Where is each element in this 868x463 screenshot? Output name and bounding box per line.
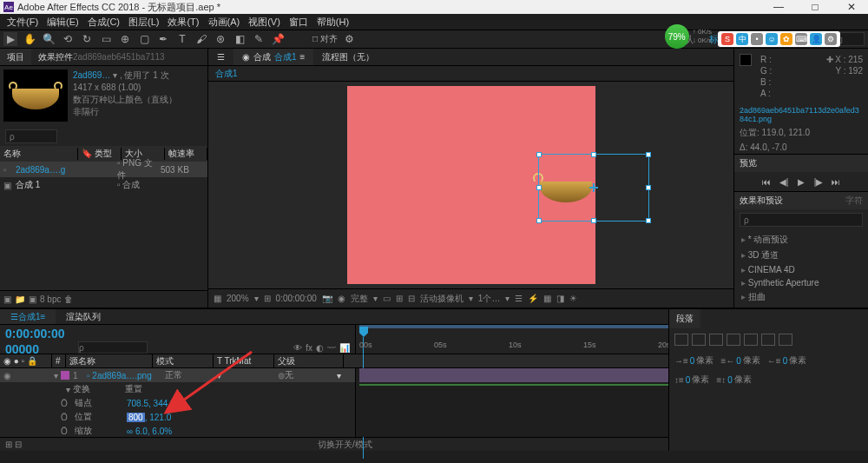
- effects-panel-header[interactable]: 效果和预设字符: [734, 192, 868, 209]
- views-dropdown[interactable]: 1个…: [478, 293, 501, 305]
- handle-bl[interactable]: [536, 218, 542, 223]
- timecode-display[interactable]: 0:00:00:00: [276, 294, 317, 303]
- justify-last-center-icon[interactable]: [744, 334, 758, 346]
- composition-canvas[interactable]: [347, 86, 595, 284]
- first-frame-button[interactable]: ⏮: [760, 175, 773, 188]
- selection-bounds[interactable]: [538, 154, 649, 222]
- alpha-toggle-icon[interactable]: ▦: [214, 294, 221, 303]
- clone-tool[interactable]: ⊛: [214, 32, 227, 46]
- selection-tool[interactable]: ▶: [3, 32, 17, 46]
- col-fps[interactable]: 帧速率: [165, 148, 207, 160]
- timeline-icon[interactable]: ▦: [543, 294, 551, 303]
- position-x-input[interactable]: 800: [127, 413, 145, 422]
- type-tool[interactable]: T: [175, 32, 189, 46]
- layer-color-swatch[interactable]: [61, 371, 69, 380]
- roto-tool[interactable]: ✎: [252, 32, 266, 46]
- handle-br[interactable]: [646, 218, 651, 223]
- effect-category[interactable]: * 动画预设: [734, 232, 868, 248]
- handle-tm[interactable]: [591, 152, 596, 157]
- ime-toolbar[interactable]: S 中 • ☺ ✿ ⌨ 👤 ⚙: [718, 31, 840, 47]
- timeline-tab-comp[interactable]: ☰ 合成1 ≡: [0, 309, 56, 324]
- zoom-tool[interactable]: 🔍: [42, 32, 56, 46]
- layer-row[interactable]: ◉ ▾ 1 ▫ 2ad869a….png 正常 ▾ ⊚ 无 ▾: [0, 368, 355, 382]
- blend-mode-dropdown[interactable]: 正常: [165, 369, 217, 381]
- play-button[interactable]: ▶: [795, 175, 807, 188]
- timeline-tab-render[interactable]: 渲染队列: [56, 309, 111, 324]
- indent-left[interactable]: →≡ 0 像素: [674, 354, 713, 367]
- pixel-aspect-icon[interactable]: ☰: [515, 294, 523, 303]
- ime-settings-icon[interactable]: ⚙: [825, 33, 837, 45]
- menu-window[interactable]: 窗口: [286, 16, 312, 29]
- effects-search[interactable]: [740, 213, 863, 227]
- prop-position[interactable]: Ö 位置 800 , 121.0: [0, 410, 355, 424]
- ime-skin-icon[interactable]: ✿: [780, 33, 792, 45]
- trash-icon[interactable]: 🗑: [64, 294, 73, 304]
- menu-help[interactable]: 帮助(H): [313, 16, 352, 29]
- bpc-toggle[interactable]: 8 bpc: [40, 294, 61, 304]
- project-item[interactable]: ▣ 合成 1 ▫ 合成: [0, 177, 207, 193]
- rotate-tool[interactable]: ↻: [80, 32, 94, 46]
- timeline-search[interactable]: [78, 341, 148, 354]
- eraser-tool[interactable]: ◧: [233, 32, 247, 46]
- handle-tr[interactable]: [646, 152, 651, 157]
- snapping-toggle[interactable]: □ 对齐: [312, 32, 338, 46]
- tab-flowchart[interactable]: 流程图（无）: [313, 49, 383, 65]
- brush-tool[interactable]: 🖌: [194, 32, 208, 46]
- effect-category[interactable]: Synthetic Aperture: [734, 276, 868, 289]
- align-right-icon[interactable]: [709, 334, 723, 346]
- comp-flowchart-icon[interactable]: ◨: [556, 294, 564, 303]
- prev-frame-button[interactable]: ◀|: [778, 175, 790, 188]
- prop-anchor[interactable]: Ö 锚点 708.5, 344.0: [0, 396, 355, 410]
- toggle-switches-icon[interactable]: ⊞ ⊟: [5, 440, 22, 449]
- col-source-name[interactable]: 源名称: [66, 354, 153, 367]
- tab-composition[interactable]: ◉ 合成 合成1 ≡: [233, 49, 313, 65]
- effect-category[interactable]: 3D 通道: [734, 248, 868, 263]
- toggle-switches-button[interactable]: 切换开关/模式: [318, 439, 372, 451]
- comp-breadcrumb[interactable]: 合成1: [208, 66, 733, 82]
- ime-keyboard-icon[interactable]: ⌨: [795, 33, 807, 45]
- handle-bm[interactable]: [591, 218, 596, 223]
- align-left-icon[interactable]: [674, 334, 688, 346]
- next-frame-button[interactable]: |▶: [812, 175, 825, 188]
- visibility-toggle[interactable]: ◉: [3, 371, 16, 380]
- pen-tool[interactable]: ✒: [156, 32, 170, 46]
- channel-icon[interactable]: ◉: [338, 294, 345, 303]
- layer-name[interactable]: ▫ 2ad869a….png: [87, 371, 165, 380]
- fx-toggle-icon[interactable]: fx: [306, 343, 312, 353]
- shy-toggle-icon[interactable]: 👁: [293, 343, 302, 353]
- anchor-point-icon[interactable]: [589, 183, 598, 192]
- menu-file[interactable]: 文件(F): [3, 16, 42, 29]
- menu-animation[interactable]: 动画(A): [205, 16, 244, 29]
- justify-last-right-icon[interactable]: [761, 334, 775, 346]
- justify-all-icon[interactable]: [779, 334, 792, 346]
- zoom-dropdown[interactable]: 200%: [227, 294, 249, 303]
- current-timecode[interactable]: 0:00:00:00: [0, 325, 73, 342]
- playhead[interactable]: [359, 327, 368, 337]
- prop-scale[interactable]: Ö 缩放 ∞ 6.0, 6.0%: [0, 424, 355, 437]
- ime-user-icon[interactable]: 👤: [810, 33, 822, 45]
- exposure-icon[interactable]: ☀: [569, 294, 577, 303]
- motion-blur-icon[interactable]: 〰: [327, 343, 336, 353]
- camera-tool[interactable]: ▭: [99, 32, 113, 46]
- menu-layer[interactable]: 图层(L): [125, 16, 162, 29]
- effect-category[interactable]: CINEMA 4D: [734, 263, 868, 276]
- col-type[interactable]: 🔖 类型: [78, 148, 122, 160]
- ime-s-icon[interactable]: S: [721, 33, 733, 45]
- composition-viewer[interactable]: [208, 82, 733, 288]
- last-frame-button[interactable]: ⏭: [830, 175, 842, 188]
- fast-preview-icon[interactable]: ⚡: [528, 294, 538, 303]
- menu-effect[interactable]: 效果(T): [164, 16, 202, 29]
- hand-tool[interactable]: ✋: [23, 32, 36, 46]
- stopwatch-icon[interactable]: Ö: [61, 399, 71, 408]
- snap-opt-icon[interactable]: ⚙: [343, 32, 357, 46]
- tab-project[interactable]: 项目: [0, 49, 31, 65]
- orbit-tool[interactable]: ⟲: [61, 32, 75, 46]
- new-comp-icon[interactable]: ▣: [29, 294, 36, 304]
- transform-group[interactable]: ▾ 变换 重置: [0, 382, 355, 396]
- maximize-button[interactable]: □: [802, 1, 828, 13]
- minimize-button[interactable]: —: [766, 1, 792, 13]
- menu-edit[interactable]: 编辑(E): [43, 16, 82, 29]
- handle-mr[interactable]: [646, 185, 651, 190]
- folder-icon[interactable]: 📁: [15, 294, 25, 304]
- tab-effect-controls[interactable]: 效果控件 2ad869aeb6451ba7113: [31, 49, 172, 65]
